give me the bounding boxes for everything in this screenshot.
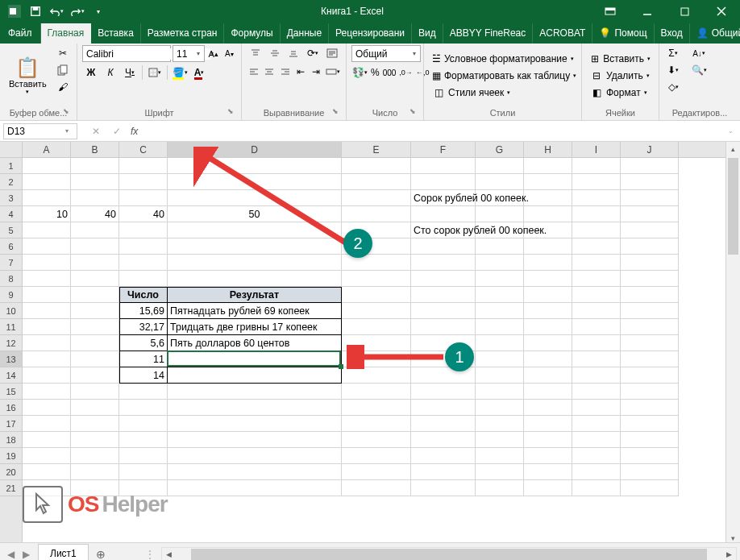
- align-left-icon[interactable]: [247, 64, 260, 80]
- column-header-F[interactable]: F: [411, 142, 476, 157]
- font-color-icon[interactable]: A▾: [190, 64, 208, 81]
- minimize-icon[interactable]: [629, 0, 666, 23]
- fill-icon[interactable]: ⬇▾: [664, 62, 682, 78]
- tab-formulas[interactable]: Формулы: [224, 23, 280, 44]
- comma-icon[interactable]: 000: [382, 64, 397, 81]
- add-sheet-icon[interactable]: ⊕: [92, 548, 110, 561]
- row-header-11[interactable]: 11: [0, 319, 22, 335]
- cell-grid[interactable]: 10404050Сорок рублей 00 копеек.Сто сорок…: [23, 158, 725, 542]
- increase-decimal-icon[interactable]: ,0→: [398, 64, 414, 81]
- cell-D9[interactable]: Результат: [168, 287, 342, 303]
- tab-acrobat[interactable]: ACROBAT: [533, 23, 592, 44]
- row-header-5[interactable]: 5: [0, 222, 22, 239]
- tab-abbyy[interactable]: ABBYY FineReac: [443, 23, 534, 44]
- formula-input[interactable]: [141, 122, 721, 140]
- cell-F3[interactable]: Сорок рублей 00 копеек.: [411, 190, 476, 206]
- column-headers[interactable]: ABCDEFGHIJ: [23, 142, 725, 158]
- row-header-17[interactable]: 17: [0, 416, 22, 432]
- excel-icon[interactable]: [5, 2, 24, 20]
- increase-font-icon[interactable]: A▴: [206, 46, 221, 62]
- row-header-18[interactable]: 18: [0, 432, 22, 448]
- find-icon[interactable]: 🔍▾: [690, 62, 708, 78]
- column-header-A[interactable]: A: [23, 142, 71, 157]
- dialog-launcher-icon[interactable]: ⬊: [330, 107, 341, 118]
- qat-customize-icon[interactable]: ▾: [89, 2, 108, 20]
- expand-formula-bar-icon[interactable]: ⌄: [721, 127, 740, 135]
- tab-layout[interactable]: Разметка стран: [141, 23, 225, 44]
- cell-C9[interactable]: Число: [119, 287, 168, 303]
- row-header-9[interactable]: 9: [0, 287, 22, 303]
- enter-formula-icon[interactable]: ✓: [106, 122, 127, 141]
- cell-D4[interactable]: 50: [168, 206, 342, 222]
- align-center-icon[interactable]: [262, 64, 276, 80]
- column-header-J[interactable]: J: [621, 142, 679, 157]
- row-header-7[interactable]: 7: [0, 255, 22, 271]
- format-as-table-button[interactable]: ▦Форматировать как таблицу▾: [429, 68, 576, 84]
- column-header-H[interactable]: H: [524, 142, 572, 157]
- column-header-D[interactable]: D: [168, 142, 342, 157]
- tab-scroll-right-icon[interactable]: ▶: [19, 545, 33, 561]
- dialog-launcher-icon[interactable]: ⬊: [225, 107, 236, 118]
- row-header-21[interactable]: 21: [0, 480, 22, 496]
- tab-data[interactable]: Данные: [281, 23, 329, 44]
- tell-me[interactable]: 💡Помощ: [592, 23, 654, 44]
- name-box[interactable]: ▾: [3, 123, 77, 139]
- tab-review[interactable]: Рецензировани: [329, 23, 412, 44]
- decrease-font-icon[interactable]: A▾: [222, 46, 237, 62]
- name-box-input[interactable]: [4, 126, 62, 137]
- font-size-combo[interactable]: ▾: [173, 45, 205, 62]
- align-middle-icon[interactable]: [266, 45, 284, 61]
- row-header-20[interactable]: 20: [0, 464, 22, 480]
- wrap-text-icon[interactable]: [323, 45, 341, 61]
- border-icon[interactable]: ▾: [146, 64, 164, 81]
- column-header-I[interactable]: I: [572, 142, 621, 157]
- row-header-12[interactable]: 12: [0, 335, 22, 351]
- vertical-scrollbar[interactable]: ▴ ▾: [725, 142, 740, 542]
- row-header-4[interactable]: 4: [0, 206, 22, 222]
- bold-button[interactable]: Ж: [82, 64, 100, 81]
- number-format-input[interactable]: [352, 48, 409, 60]
- dialog-launcher-icon[interactable]: ⬊: [60, 107, 72, 118]
- column-header-C[interactable]: C: [119, 142, 168, 157]
- fill-color-icon[interactable]: 🪣▾: [171, 64, 189, 81]
- align-top-icon[interactable]: [247, 45, 264, 61]
- column-header-B[interactable]: B: [71, 142, 119, 157]
- cell-C14[interactable]: 14: [119, 367, 168, 384]
- cell-styles-button[interactable]: ◫Стили ячеек▾: [429, 85, 576, 101]
- cell-F5[interactable]: Сто сорок рублей 00 копеек.: [411, 222, 476, 239]
- row-headers[interactable]: 123456789101112131415161718192021: [0, 158, 23, 542]
- percent-icon[interactable]: %: [370, 64, 380, 81]
- align-bottom-icon[interactable]: [285, 45, 303, 61]
- row-header-1[interactable]: 1: [0, 158, 22, 174]
- cell-A4[interactable]: 10: [23, 206, 71, 222]
- dialog-launcher-icon[interactable]: ⬊: [407, 107, 418, 118]
- format-cells-button[interactable]: ◧Формат▾: [587, 85, 654, 101]
- currency-icon[interactable]: 💱▾: [351, 64, 368, 81]
- cell-C4[interactable]: 40: [119, 206, 168, 222]
- merge-icon[interactable]: ▾: [325, 64, 341, 80]
- copy-icon[interactable]: [54, 62, 72, 78]
- column-header-E[interactable]: E: [342, 142, 411, 157]
- autosum-icon[interactable]: Σ▾: [664, 45, 682, 61]
- share-button[interactable]: 👤Общий доступ: [690, 23, 740, 44]
- signin-button[interactable]: Вход: [655, 23, 690, 44]
- row-header-19[interactable]: 19: [0, 448, 22, 464]
- redo-icon[interactable]: ▾: [68, 2, 87, 20]
- tab-file[interactable]: Файл: [0, 23, 41, 44]
- tab-view[interactable]: Вид: [412, 23, 443, 44]
- cell-C12[interactable]: 5,6: [119, 335, 168, 351]
- cell-B4[interactable]: 40: [71, 206, 119, 222]
- cell-D10[interactable]: Пятнадцать рублей 69 копеек: [168, 303, 342, 319]
- cut-icon[interactable]: ✂: [54, 45, 72, 61]
- row-header-2[interactable]: 2: [0, 174, 22, 190]
- cell-D11[interactable]: Тридцать две гривны 17 копеек: [168, 319, 342, 335]
- format-painter-icon[interactable]: 🖌: [54, 79, 72, 95]
- align-right-icon[interactable]: [278, 64, 292, 80]
- maximize-icon[interactable]: [666, 0, 703, 23]
- insert-cells-button[interactable]: ⊞Вставить▾: [587, 51, 654, 67]
- row-header-6[interactable]: 6: [0, 239, 22, 255]
- tab-scroll-left-icon[interactable]: ◀: [3, 545, 18, 561]
- row-header-14[interactable]: 14: [0, 367, 22, 384]
- select-all-corner[interactable]: [0, 142, 23, 158]
- cell-C10[interactable]: 15,69: [119, 303, 168, 319]
